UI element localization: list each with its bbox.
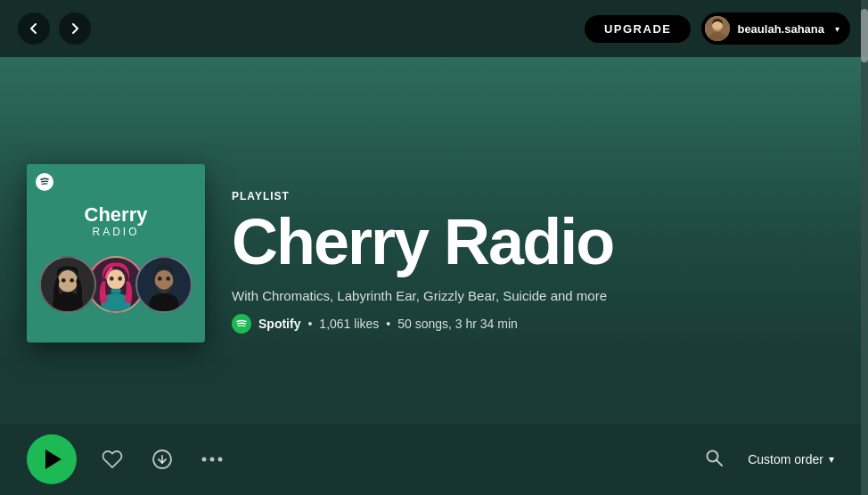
like-button[interactable]	[98, 445, 127, 474]
top-right: UPGRADE beaulah.sahana ▾	[585, 12, 850, 45]
album-spotify-logo-icon	[36, 173, 53, 191]
portrait-3	[135, 256, 192, 313]
svg-point-8	[61, 278, 66, 283]
svg-line-27	[717, 460, 722, 466]
spotify-logo-icon	[232, 314, 251, 334]
nav-buttons	[18, 12, 91, 45]
bottom-toolbar: Custom order ▾	[0, 424, 861, 495]
creator-name: Spotify	[258, 317, 300, 331]
album-portraits	[39, 256, 192, 313]
songs-duration: 50 songs, 3 hr 34 min	[397, 317, 518, 331]
svg-point-23	[202, 458, 207, 462]
album-art: Cherry RADIO	[27, 164, 205, 342]
svg-point-25	[218, 458, 223, 462]
meta-separator-2: •	[386, 317, 390, 331]
meta-separator-1: •	[307, 317, 312, 331]
back-button[interactable]	[18, 12, 50, 45]
svg-point-24	[210, 458, 215, 462]
portrait-1	[39, 256, 96, 313]
scrollbar-thumb[interactable]	[861, 9, 868, 62]
upgrade-button[interactable]: UPGRADE	[585, 15, 692, 43]
main-content: Cherry RADIO	[0, 57, 861, 495]
search-button[interactable]	[701, 445, 726, 474]
svg-point-14	[118, 276, 122, 281]
custom-order-label: Custom order	[748, 452, 823, 466]
user-menu-chevron-icon: ▾	[835, 24, 839, 34]
playlist-meta: Spotify • 1,061 likes • 50 songs, 3 hr 3…	[232, 314, 834, 334]
custom-order-button[interactable]: Custom order ▾	[748, 452, 834, 466]
album-art-title: Cherry	[85, 204, 148, 226]
svg-rect-15	[111, 289, 120, 293]
svg-point-20	[166, 276, 170, 281]
play-button[interactable]	[27, 434, 77, 484]
user-menu[interactable]: beaulah.sahana ▾	[701, 12, 850, 45]
avatar	[705, 16, 730, 41]
more-options-button[interactable]	[198, 453, 226, 466]
scrollbar[interactable]	[861, 0, 868, 495]
playlist-info: PLAYLIST Cherry Radio With Chromatics, L…	[232, 190, 834, 342]
playlist-description: With Chromatics, Labyrinth Ear, Grizzly …	[232, 288, 834, 303]
top-bar: UPGRADE beaulah.sahana ▾	[0, 0, 868, 57]
svg-point-7	[58, 270, 78, 292]
svg-point-13	[110, 276, 114, 281]
svg-point-4	[36, 173, 53, 191]
svg-point-19	[158, 276, 162, 281]
svg-point-9	[70, 278, 74, 283]
forward-button[interactable]	[59, 12, 91, 45]
playlist-type-label: PLAYLIST	[232, 190, 834, 202]
download-button[interactable]	[148, 445, 176, 474]
playlist-title: Cherry Radio	[232, 210, 834, 274]
avatar-image	[705, 16, 730, 41]
custom-order-chevron-icon: ▾	[829, 453, 834, 466]
play-icon	[45, 450, 61, 469]
album-art-subtitle: RADIO	[85, 226, 148, 238]
svg-point-12	[107, 269, 126, 290]
hero-section: Cherry RADIO	[0, 57, 861, 369]
likes-count: 1,061 likes	[319, 317, 379, 331]
username: beaulah.sahana	[737, 22, 824, 36]
